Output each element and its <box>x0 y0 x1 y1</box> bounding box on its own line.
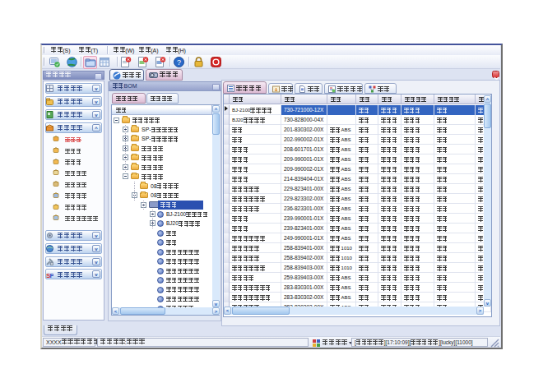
svg-text:P: P <box>50 272 54 279</box>
svg-text:?: ? <box>177 58 181 67</box>
